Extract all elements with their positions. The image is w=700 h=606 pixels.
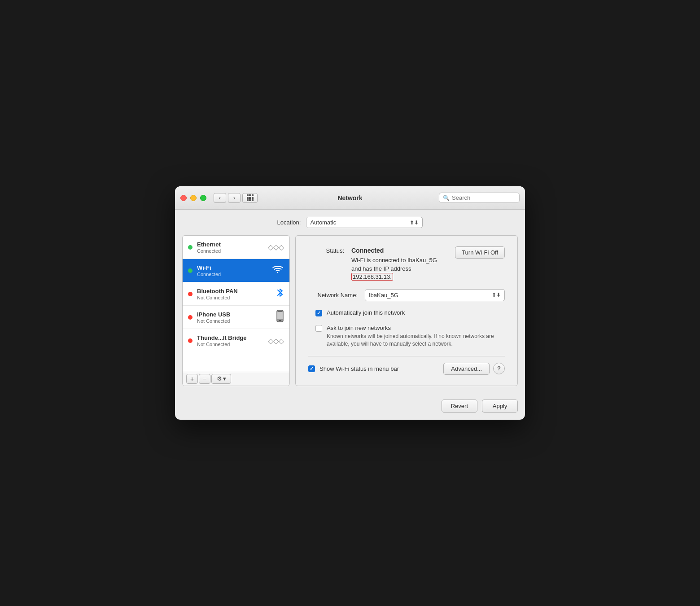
- status-dot-wifi: [188, 268, 192, 273]
- ethernet-status: Connected: [197, 248, 263, 254]
- ethernet-text: Ethernet Connected: [197, 241, 263, 254]
- network-name-row: Network Name: IbaKau_5G ⬆⬇: [308, 289, 505, 301]
- search-icon: 🔍: [443, 195, 450, 201]
- help-button[interactable]: ?: [493, 363, 505, 374]
- bluetooth-text: Bluetooth PAN Not Connected: [197, 288, 271, 300]
- iphone-status: Not Connected: [197, 318, 271, 324]
- apply-button[interactable]: Apply: [482, 400, 518, 413]
- settings-button[interactable]: ⚙ ▾: [211, 374, 231, 384]
- thunderbolt-status: Not Connected: [197, 342, 263, 347]
- status-value: Connected: [351, 247, 384, 254]
- sidebar-item-ethernet[interactable]: Ethernet Connected ◇◇◇: [183, 236, 289, 259]
- wifi-name: Wi-Fi: [197, 264, 267, 271]
- iphone-name: iPhone USB: [197, 311, 271, 318]
- grid-icon: [247, 194, 254, 201]
- network-name-label: Network Name:: [308, 292, 358, 299]
- auto-join-row: Automatically join this network: [308, 309, 505, 316]
- sidebar-item-bluetooth[interactable]: Bluetooth PAN Not Connected: [183, 282, 289, 306]
- chevron-updown-icon: ⬆⬇: [410, 220, 419, 226]
- close-button[interactable]: [180, 195, 187, 201]
- status-description: Wi-Fi is connected to IbaKau_5G and has …: [351, 256, 448, 281]
- ask-join-text-block: Ask to join new networks Known networks …: [327, 325, 505, 348]
- auto-join-label: Automatically join this network: [327, 309, 405, 316]
- ethernet-icon: ◇◇◇: [268, 243, 284, 251]
- network-window: ‹ › Network 🔍 Location: Automatic ⬆⬇: [175, 186, 525, 419]
- location-bar: Location: Automatic ⬆⬇: [175, 210, 525, 235]
- forward-button[interactable]: ›: [228, 193, 241, 203]
- gear-chevron-icon: ▾: [223, 375, 226, 382]
- network-name-value: IbaKau_5G: [369, 292, 398, 299]
- iphone-text: iPhone USB Not Connected: [197, 311, 271, 324]
- main-panel: Status: Connected Wi-Fi is connected to …: [295, 235, 518, 386]
- ethernet-name: Ethernet: [197, 241, 263, 248]
- content: Ethernet Connected ◇◇◇ Wi-Fi Connected: [175, 235, 525, 393]
- sidebar-toolbar: + − ⚙ ▾: [183, 372, 289, 386]
- svg-rect-3: [277, 312, 283, 319]
- bluetooth-name: Bluetooth PAN: [197, 288, 271, 294]
- status-content: Connected Wi-Fi is connected to IbaKau_5…: [351, 246, 448, 281]
- status-dot-ethernet: [188, 245, 192, 250]
- status-dot-iphone: [188, 315, 192, 320]
- status-label: Status:: [308, 246, 344, 254]
- bluetooth-status: Not Connected: [197, 295, 271, 300]
- thunderbolt-name: Thunde...lt Bridge: [197, 334, 263, 341]
- forward-icon: ›: [233, 194, 235, 201]
- sidebar: Ethernet Connected ◇◇◇ Wi-Fi Connected: [182, 235, 290, 386]
- status-desc-pre: Wi-Fi is connected to IbaKau_5G and has …: [351, 257, 437, 272]
- auto-join-checkbox[interactable]: [315, 310, 322, 316]
- footer-buttons: Revert Apply: [175, 393, 525, 420]
- sidebar-item-wifi[interactable]: Wi-Fi Connected: [183, 259, 289, 282]
- status-row: Status: Connected Wi-Fi is connected to …: [308, 246, 505, 281]
- show-menubar-row: Show Wi-Fi status in menu bar: [308, 365, 443, 372]
- status-dot-bluetooth: [188, 292, 192, 296]
- sidebar-item-thunderbolt[interactable]: Thunde...lt Bridge Not Connected ◇◇◇: [183, 329, 289, 352]
- revert-button[interactable]: Revert: [442, 400, 477, 413]
- show-menubar-label: Show Wi-Fi status in menu bar: [319, 365, 399, 372]
- network-chevron-icon: ⬆⬇: [492, 292, 501, 298]
- advanced-button[interactable]: Advanced...: [443, 363, 490, 375]
- ip-address: 192.168.31.13.: [351, 273, 393, 281]
- thunderbolt-icon: ◇◇◇: [268, 337, 284, 345]
- location-select[interactable]: Automatic ⬆⬇: [306, 217, 423, 228]
- wifi-status: Connected: [197, 272, 267, 277]
- thunderbolt-text: Thunde...lt Bridge Not Connected: [197, 334, 263, 347]
- minimize-button[interactable]: [190, 195, 197, 201]
- remove-network-button[interactable]: −: [199, 374, 210, 384]
- titlebar: ‹ › Network 🔍: [175, 186, 525, 210]
- svg-rect-2: [279, 320, 281, 321]
- wifi-text: Wi-Fi Connected: [197, 264, 267, 277]
- search-input[interactable]: [452, 194, 516, 201]
- ask-join-row: Ask to join new networks Known networks …: [308, 325, 505, 348]
- gear-icon: ⚙: [217, 375, 222, 382]
- back-button[interactable]: ‹: [214, 193, 226, 203]
- window-title: Network: [337, 194, 362, 202]
- turn-wifi-off-button[interactable]: Turn Wi-Fi Off: [455, 246, 505, 259]
- back-icon: ‹: [219, 194, 221, 201]
- iphone-icon: [276, 310, 284, 325]
- location-label: Location:: [277, 219, 301, 226]
- search-bar[interactable]: 🔍: [439, 193, 520, 203]
- status-dot-thunderbolt: [188, 338, 192, 343]
- bluetooth-icon: [276, 287, 284, 300]
- wifi-icon: [271, 264, 284, 277]
- network-name-select[interactable]: IbaKau_5G ⬆⬇: [365, 289, 505, 301]
- show-menubar-checkbox[interactable]: [308, 365, 315, 372]
- ask-join-checkbox[interactable]: [315, 325, 322, 332]
- svg-rect-1: [278, 311, 282, 312]
- maximize-button[interactable]: [200, 195, 206, 201]
- add-network-button[interactable]: +: [186, 374, 198, 384]
- ask-join-label: Ask to join new networks: [327, 325, 505, 331]
- location-value: Automatic: [310, 219, 336, 226]
- grid-button[interactable]: [242, 193, 258, 203]
- traffic-lights: [180, 195, 206, 201]
- bottom-buttons: Advanced... ?: [443, 363, 505, 375]
- sidebar-list: Ethernet Connected ◇◇◇ Wi-Fi Connected: [183, 236, 289, 371]
- sidebar-item-iphone[interactable]: iPhone USB Not Connected: [183, 306, 289, 329]
- ask-join-desc: Known networks will be joined automatica…: [327, 333, 505, 348]
- bottom-bar: Show Wi-Fi status in menu bar Advanced..…: [308, 356, 505, 375]
- nav-buttons: ‹ ›: [214, 193, 241, 203]
